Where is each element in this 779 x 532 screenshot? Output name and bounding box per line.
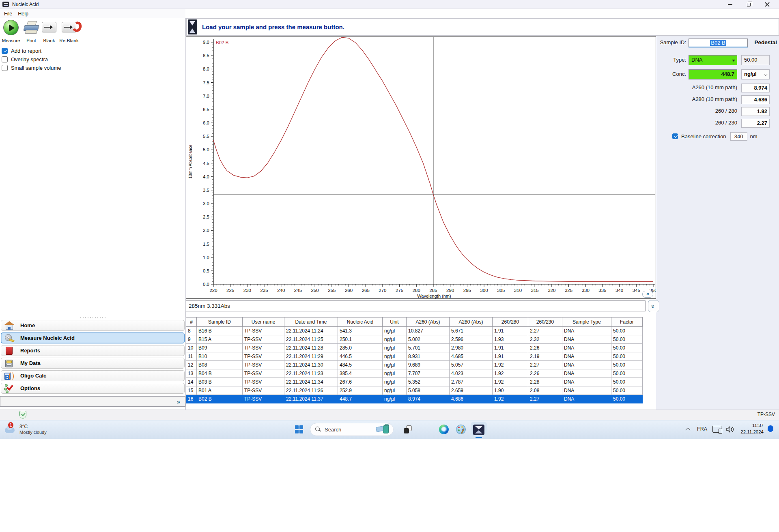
baseline-wavelength-field[interactable]: 340 [730,132,747,141]
measurement-panel: Sample ID: B02 B Pedestal Type: DNA 50.0… [656,36,779,410]
print-button[interactable]: Print [22,19,41,43]
start-button[interactable] [293,423,305,435]
menu-help[interactable]: Help [18,11,28,17]
sidebar-item-home[interactable]: Home [1,320,185,331]
small-sample-volume-option[interactable]: Small sample volume [2,64,61,71]
spectrum-chart[interactable]: 0.00.51.01.52.02.53.03.54.04.55.05.56.06… [186,36,656,299]
file-cabinet-icon [4,358,15,368]
table-cell: ng/µl [383,395,407,403]
table-row[interactable]: 14B03 BTP-SSV22.11.2024 11:34267.6ng/µl5… [186,378,643,386]
type-factor-field[interactable]: 50.00 [741,55,770,65]
svg-text:0.0: 0.0 [203,282,209,287]
table-cell: B09 [197,344,243,352]
sidebar-item-oligo-calc[interactable]: Oligo Calc [1,370,185,381]
baseline-correction-checkbox[interactable] [672,133,678,139]
table-cell: 14 [186,378,197,386]
edge-browser-icon[interactable] [438,423,450,435]
table-cell: 22.11.2024 11:34 [284,378,338,386]
speaker-icon[interactable] [726,426,734,433]
hidden-icons-chevron[interactable] [684,425,692,433]
sidebar-collapse-bar[interactable]: » [0,396,185,407]
a260-label: A260 (10 mm path) [656,84,737,90]
table-cell: 267.6 [338,378,383,386]
column-header[interactable]: Sample ID [197,317,243,327]
taskbar-search-box[interactable]: Search [310,423,394,436]
reblank-button[interactable]: Re-Blank [58,19,80,43]
type-dropdown[interactable]: DNA [689,55,737,65]
table-row[interactable]: 16B02 BTP-SSV22.11.2024 11:37448.7ng/µl8… [186,395,643,403]
restore-button[interactable] [739,0,758,9]
small-sample-volume-checkbox[interactable] [2,65,8,71]
table-row[interactable]: 8B16 BTP-SSV22.11.2024 11:24541.3ng/µl10… [186,327,643,335]
table-row[interactable]: 15B01 ATP-SSV22.11.2024 11:36252.9ng/µl5… [186,386,643,395]
chevron-down-icon [764,72,767,76]
svg-text:4.0: 4.0 [203,174,209,179]
column-header[interactable]: 260/280 [493,317,528,327]
paint-app-icon[interactable] [455,423,467,435]
svg-text:290: 290 [446,288,454,293]
cast-display-icon[interactable] [712,426,721,433]
table-row[interactable]: 9B15 ATP-SSV22.11.2024 11:25250.1ng/µl5.… [186,335,643,344]
report-book-icon [4,346,15,356]
sidebar-drag-handle[interactable] [80,317,105,319]
sidebar-item-my-data[interactable]: My Data [1,358,185,369]
ratio-260-280-value: 1.92 [741,107,770,116]
table-cell: 1.90 [493,386,528,395]
table-cell: ng/µl [383,378,407,386]
sidebar-item-measure-nucleic-acid[interactable]: Measure Nucleic Acid [1,332,185,343]
table-cell: B10 [197,352,243,361]
column-header[interactable]: A280 (Abs) [450,317,493,327]
column-header[interactable]: Sample Type [562,317,611,327]
column-header[interactable]: # [186,317,197,327]
blank-button[interactable]: Blank [41,19,58,43]
table-cell: DNA [562,361,611,369]
overlay-spectra-checkbox[interactable] [2,56,8,62]
weather-widget[interactable]: 1 3°C Mostly cloudy [3,421,64,438]
conc-label: Conc. [656,71,686,77]
spectrum-plot: 0.00.51.01.52.02.53.03.54.04.55.05.56.06… [186,36,656,298]
column-header[interactable]: A260 (Abs) [407,317,450,327]
concentration-unit-dropdown[interactable]: ng/µl [741,69,770,79]
table-cell: 22.11.2024 11:24 [284,327,338,335]
table-cell: 2.08 [528,386,562,395]
task-view-button[interactable] [402,423,414,435]
table-row[interactable]: 13B04 BTP-SSV22.11.2024 11:33385.4ng/µl7… [186,369,643,378]
table-row[interactable]: 10B09TP-SSV22.11.2024 11:28285.0ng/µl5.7… [186,344,643,352]
close-button[interactable] [758,0,777,9]
svg-text:315: 315 [531,288,539,293]
table-cell: 2.980 [450,344,493,352]
overlay-spectra-option[interactable]: Overlay spectra [2,56,48,63]
minimize-button[interactable] [721,0,739,9]
column-header[interactable]: Unit [383,317,407,327]
sample-id-input[interactable]: B02 B [689,39,748,47]
sidebar-item-options[interactable]: Options [1,383,185,394]
column-header[interactable]: Factor [611,317,643,327]
navigation-sidebar: Home Measure Nucleic Acid Reports My Dat… [0,317,185,410]
svg-text:310: 310 [514,288,522,293]
cursor-readout-field[interactable]: 285nm 3.331Abs [186,300,646,311]
results-table[interactable]: #Sample IDUser nameDate and TimeNucleic … [186,317,643,403]
column-header[interactable]: User name [243,317,284,327]
table-row[interactable]: 12B08TP-SSV22.11.2024 11:30484.5ng/µl9.6… [186,361,643,369]
home-icon [4,321,15,330]
expand-table-button[interactable]: » [648,300,659,312]
taskbar-clock[interactable]: 11:37 22.11.2024 [738,423,764,435]
table-cell: 22.11.2024 11:33 [284,369,338,378]
chart-collapse-button[interactable]: « [642,291,653,298]
svg-text:340: 340 [615,288,623,293]
language-indicator[interactable]: FRA [697,426,707,432]
add-to-report-option[interactable]: Add to report [2,47,41,54]
column-header[interactable]: Date and Time [284,317,338,327]
menu-file[interactable]: File [4,11,12,17]
table-cell: ng/µl [383,386,407,395]
add-to-report-checkbox[interactable] [2,48,8,54]
svg-text:Wavelength (nm): Wavelength (nm) [417,294,451,298]
column-header[interactable]: 260/230 [528,317,562,327]
svg-text:280: 280 [413,288,420,293]
column-header[interactable]: Nucleic Acid [338,317,383,327]
notification-bell-icon[interactable] [767,425,774,433]
measure-button[interactable]: Measure [1,19,21,43]
sidebar-item-reports[interactable]: Reports [1,345,185,356]
table-row[interactable]: 11B10TP-SSV22.11.2024 11:29446.5ng/µl8.9… [186,352,643,361]
nanodrop-app-taskbar-button[interactable] [471,422,487,438]
